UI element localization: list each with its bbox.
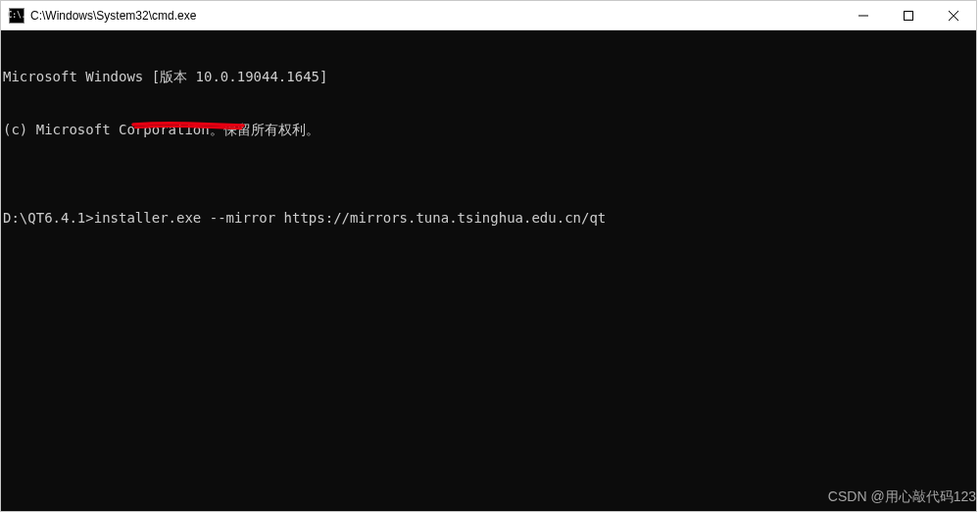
minimize-button[interactable] bbox=[841, 1, 886, 29]
terminal-line-version: Microsoft Windows [版本 10.0.19044.1645] bbox=[3, 68, 976, 85]
cmd-window: C:\. C:\Windows\System32\cmd.exe Microso… bbox=[0, 0, 977, 512]
window-title: C:\Windows\System32\cmd.exe bbox=[30, 9, 196, 23]
window-controls bbox=[841, 1, 976, 29]
close-icon bbox=[949, 11, 958, 21]
terminal-line-copyright: (c) Microsoft Corporation。保留所有权利。 bbox=[3, 121, 976, 138]
minimize-icon bbox=[858, 11, 868, 21]
titlebar-left: C:\. C:\Windows\System32\cmd.exe bbox=[1, 8, 196, 24]
maximize-button[interactable] bbox=[886, 1, 931, 29]
svg-rect-0 bbox=[905, 11, 913, 20]
close-button[interactable] bbox=[931, 1, 976, 29]
terminal-prompt: D:\QT6.4.1> bbox=[3, 210, 94, 226]
maximize-icon bbox=[904, 11, 913, 21]
titlebar[interactable]: C:\. C:\Windows\System32\cmd.exe bbox=[1, 1, 976, 30]
cmd-icon: C:\. bbox=[9, 8, 24, 24]
red-underline-annotation bbox=[81, 99, 195, 109]
terminal-command-line: D:\QT6.4.1>installer.exe --mirror https:… bbox=[3, 209, 976, 227]
terminal-area[interactable]: Microsoft Windows [版本 10.0.19044.1645] (… bbox=[1, 30, 976, 511]
terminal-command: installer.exe --mirror https://mirrors.t… bbox=[94, 210, 607, 226]
